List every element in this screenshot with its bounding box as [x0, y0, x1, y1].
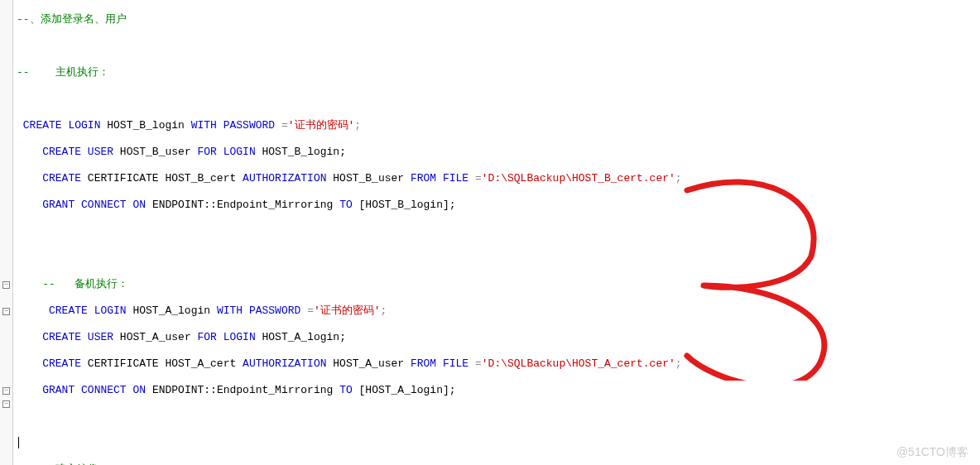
- fold-icon[interactable]: −: [2, 387, 10, 395]
- code-line: CREATE CERTIFICATE HOST_B_cert AUTHORIZA…: [17, 172, 682, 185]
- code-line: CREATE USER HOST_A_user FOR LOGIN HOST_A…: [17, 331, 682, 344]
- code-line: [17, 40, 682, 53]
- code-line: GRANT CONNECT ON ENDPOINT::Endpoint_Mirr…: [17, 384, 682, 397]
- gutter: − − − −: [0, 0, 13, 465]
- code-line: [17, 410, 682, 424]
- code-line: CREATE LOGIN HOST_B_login WITH PASSWORD …: [17, 119, 682, 132]
- code-line: --、添加登录名、用户: [17, 13, 682, 26]
- code-line: [17, 252, 682, 265]
- fold-icon[interactable]: −: [2, 400, 10, 408]
- fold-icon[interactable]: −: [2, 308, 10, 315]
- cursor-icon: [18, 437, 19, 448]
- code-line: GRANT CONNECT ON ENDPOINT::Endpoint_Mirr…: [17, 199, 682, 212]
- code-line: [17, 225, 682, 238]
- annotation-three: [646, 149, 894, 381]
- code-line: [17, 93, 682, 106]
- fold-icon[interactable]: −: [2, 281, 10, 289]
- code-line: CREATE CERTIFICATE HOST_A_cert AUTHORIZA…: [17, 357, 682, 371]
- code-line: [17, 437, 682, 450]
- code-line: CREATE USER HOST_B_user FOR LOGIN HOST_B…: [17, 146, 682, 159]
- code-line: -- 主机执行：: [17, 66, 682, 79]
- watermark: @51CTO博客: [896, 445, 968, 460]
- code-line: CREATE LOGIN HOST_A_login WITH PASSWORD …: [17, 304, 682, 318]
- code-area[interactable]: --、添加登录名、用户 -- 主机执行： CREATE LOGIN HOST_B…: [17, 0, 682, 465]
- code-line: -- 备机执行：: [17, 278, 682, 291]
